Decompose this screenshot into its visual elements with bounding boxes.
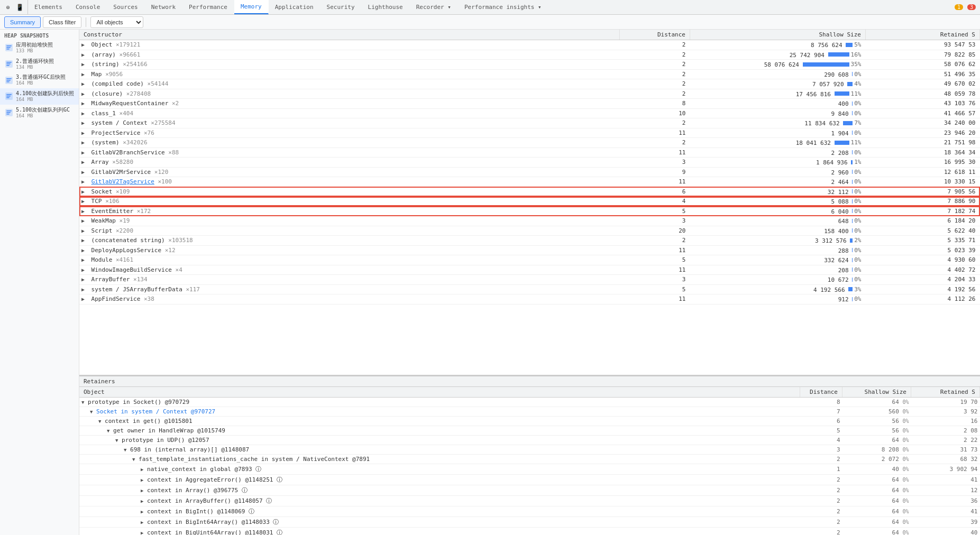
retainer-shallow-cell: 64 0%	[842, 496, 911, 506]
retained-cell: 5 023 39	[865, 245, 979, 255]
nav-tab-performance[interactable]: Performance	[182, 0, 234, 14]
sidebar-profile-3[interactable]: 4.100次创建队列后快照 164 MB	[0, 88, 79, 105]
heap-row[interactable]: ▶ Script ×2200 20 158 400 0% 5 622 40	[79, 226, 980, 236]
retainer-retained-cell: 68 32	[911, 455, 980, 464]
shallow-cell: 332 624 0%	[690, 255, 865, 265]
retainer-col-object[interactable]: Object	[79, 387, 800, 398]
retainer-row[interactable]: ▼ Socket in system / Context @970727 7 5…	[79, 407, 980, 417]
svg-rect-15	[6, 97, 10, 98]
nav-tab-performance-insights-[interactable]: Performance insights ▾	[458, 0, 548, 14]
retainer-row[interactable]: ▼ get owner in HandleWrap @1015749 5 56 …	[79, 426, 980, 436]
heap-row[interactable]: ▶ EventEmitter ×172 5 6 040 0% 7 182 74	[79, 206, 980, 216]
retainer-row[interactable]: ▼ 698 in (internal array)[] @1148087 3 8…	[79, 445, 980, 455]
col-constructor[interactable]: Constructor	[79, 30, 620, 40]
nav-tab-lighthouse[interactable]: Lighthouse	[362, 0, 410, 14]
inspect-icon[interactable]: ⊕	[3, 3, 13, 12]
constructor-cell: ▶ (string) ×254166	[79, 60, 620, 70]
heap-row[interactable]: ▶ ProjectService ×76 11 1 904 0% 23 946 …	[79, 128, 980, 138]
retained-cell: 49 670 02	[865, 79, 979, 89]
constructor-cell: ▶ WindowImageBuildService ×4	[79, 265, 620, 275]
nav-tab-recorder-[interactable]: Recorder ▾	[410, 0, 458, 14]
nav-tab-sources[interactable]: Sources	[107, 0, 144, 14]
retainer-retained-cell: 3 92	[911, 407, 980, 417]
heap-row[interactable]: ▶ Array ×58280 3 1 864 936 1% 16 995 30	[79, 158, 980, 168]
heap-row[interactable]: ▶ WeakMap ×19 3 648 0% 6 184 20	[79, 216, 980, 226]
retainer-row[interactable]: ▼ prototype in UDP() @12057 4 64 0% 2 22	[79, 436, 980, 445]
all-objects-select[interactable]: All objects	[90, 16, 143, 28]
heap-row[interactable]: ▶ (system) ×342026 2 18 041 632 11% 21 7…	[79, 138, 980, 148]
retainer-col-retained[interactable]: Retained S	[911, 387, 980, 398]
shallow-cell: 912 0%	[690, 294, 865, 305]
col-distance[interactable]: Distance	[620, 30, 690, 40]
retainer-object-cell: ▶ native_context in global @7893 ⓘ	[79, 464, 800, 475]
retainer-shallow-cell: 64 0%	[842, 436, 911, 445]
retainer-distance-cell: 2	[800, 506, 842, 517]
retainer-row[interactable]: ▶ context in AggregateError() @1148251 ⓘ…	[79, 475, 980, 485]
mobile-icon[interactable]: 📱	[15, 3, 24, 12]
retainer-object-cell: ▼ prototype in UDP() @12057	[79, 436, 800, 445]
heap-row[interactable]: ▶ WindowImageBuildService ×4 11 208 0% 4…	[79, 265, 980, 275]
retainer-row[interactable]: ▶ native_context in global @7893 ⓘ 1 40 …	[79, 464, 980, 475]
heap-row[interactable]: ▶ system / Context ×275584 2 11 834 632 …	[79, 118, 980, 128]
heap-row[interactable]: ▶ GitlabV2BranchService ×88 11 2 208 0% …	[79, 147, 980, 158]
sidebar-profile-1[interactable]: 2.普通循环快照 134 MB	[0, 56, 79, 72]
heap-row[interactable]: ▶ (array) ×96661 2 25 742 904 16% 79 822…	[79, 50, 980, 60]
heap-row[interactable]: ▶ class_1 ×404 10 9 840 0% 41 466 57	[79, 108, 980, 118]
heap-row[interactable]: ▶ MidwayRequestContainer ×2 8 400 0% 43 …	[79, 99, 980, 109]
profile-text-0: 应用初始堆快照 133 MB	[16, 41, 53, 54]
nav-tab-memory[interactable]: Memory	[234, 0, 269, 14]
heap-row[interactable]: ▶ system / JSArrayBufferData ×117 5 4 19…	[79, 284, 980, 294]
retainer-row[interactable]: ▶ context in Array() @396775 ⓘ 2 64 0% 1…	[79, 485, 980, 496]
distance-cell: 8	[620, 99, 690, 109]
constructor-cell: ▶ (array) ×96661	[79, 50, 620, 60]
retained-cell: 48 059 78	[865, 89, 979, 99]
heap-table-pane[interactable]: Constructor Distance Shallow Size Retain…	[79, 30, 980, 376]
distance-cell: 10	[620, 108, 690, 118]
svg-rect-6	[6, 63, 11, 64]
retainer-row[interactable]: ▼ fast_template_instantiations_cache in …	[79, 455, 980, 464]
retainer-col-distance[interactable]: Distance	[800, 387, 842, 398]
sidebar-profile-2[interactable]: 3.普通循环GC后快照 164 MB	[0, 72, 79, 88]
nav-tab-network[interactable]: Network	[145, 0, 182, 14]
col-retained[interactable]: Retained S	[865, 30, 979, 40]
heap-row[interactable]: ▶ TCP ×106 4 5 088 0% 7 886 90	[79, 197, 980, 207]
heap-row[interactable]: ▶ (closure) ×278408 2 17 456 816 11% 48 …	[79, 89, 980, 99]
retainer-shallow-cell: 64 0%	[842, 398, 911, 407]
nav-tab-application[interactable]: Application	[269, 0, 320, 14]
summary-button[interactable]: Summary	[4, 16, 41, 28]
sidebar-profile-4[interactable]: 5.100次创建队列列GC 164 MB	[0, 105, 79, 121]
heap-row[interactable]: ▶ ArrayBuffer ×134 3 10 672 0% 4 204 33	[79, 275, 980, 285]
retainer-retained-cell: 2 22	[911, 436, 980, 445]
heap-row[interactable]: ▶ AppFindService ×38 11 912 0% 4 112 26	[79, 294, 980, 305]
class-filter-button[interactable]: Class filter	[43, 16, 81, 28]
sidebar-profile-0[interactable]: 应用初始堆快照 133 MB	[0, 40, 79, 56]
retainer-row[interactable]: ▼ context in get() @1015801 6 56 0% 16	[79, 417, 980, 426]
retained-cell: 6 184 20	[865, 216, 979, 226]
retainer-row[interactable]: ▶ context in BigInt() @1148069 ⓘ 2 64 0%…	[79, 506, 980, 517]
constructor-cell: ▶ Module ×4161	[79, 255, 620, 265]
shallow-cell: 290 608 0%	[690, 69, 865, 79]
memory-toolbar: Summary Class filter All objects	[0, 15, 980, 30]
nav-tab-security[interactable]: Security	[320, 0, 362, 14]
heap-row[interactable]: ▶ Socket ×109 6 32 112 0% 7 905 56	[79, 187, 980, 197]
retainer-col-shallow[interactable]: Shallow Size	[842, 387, 911, 398]
heap-row[interactable]: ▶ DeployAppLogsService ×12 11 288 0% 5 0…	[79, 245, 980, 255]
heap-row[interactable]: ▶ Map ×9056 2 290 608 0% 51 496 35	[79, 69, 980, 79]
retainers-scroll[interactable]: Object Distance Shallow Size Retained S …	[79, 387, 980, 535]
heap-row[interactable]: ▶ (string) ×254166 2 58 076 624 35% 58 0…	[79, 60, 980, 70]
col-shallow[interactable]: Shallow Size	[690, 30, 865, 40]
heap-row[interactable]: ▶ Object ×179121 2 8 756 624 5% 93 547 5…	[79, 40, 980, 50]
heap-row[interactable]: ▶ (compiled code) ×54144 2 7 057 920 4% …	[79, 79, 980, 89]
retainer-row[interactable]: ▶ context in ArrayBuffer() @1148057 ⓘ 2 …	[79, 496, 980, 506]
nav-tab-console[interactable]: Console	[69, 0, 107, 14]
retainer-row[interactable]: ▶ context in BigUint64Array() @1148031 ⓘ…	[79, 528, 980, 536]
heap-row[interactable]: ▶ Module ×4161 5 332 624 0% 4 930 60	[79, 255, 980, 265]
heap-row[interactable]: ▶ GitlabV2MrService ×120 9 2 960 0% 12 6…	[79, 167, 980, 177]
retainer-row[interactable]: ▶ context in BigInt64Array() @1148033 ⓘ …	[79, 517, 980, 528]
heap-row[interactable]: ▶ GitlabV2TagService ×100 11 2 464 0% 10…	[79, 177, 980, 187]
retainer-row[interactable]: ▼ prototype in Socket() @970729 8 64 0% …	[79, 398, 980, 407]
heap-row[interactable]: ▶ (concatenated string) ×103518 2 3 312 …	[79, 236, 980, 246]
nav-tab-elements[interactable]: Elements	[28, 0, 69, 14]
retainer-shallow-cell: 2 072 0%	[842, 455, 911, 464]
constructor-cell: ▶ class_1 ×404	[79, 108, 620, 118]
